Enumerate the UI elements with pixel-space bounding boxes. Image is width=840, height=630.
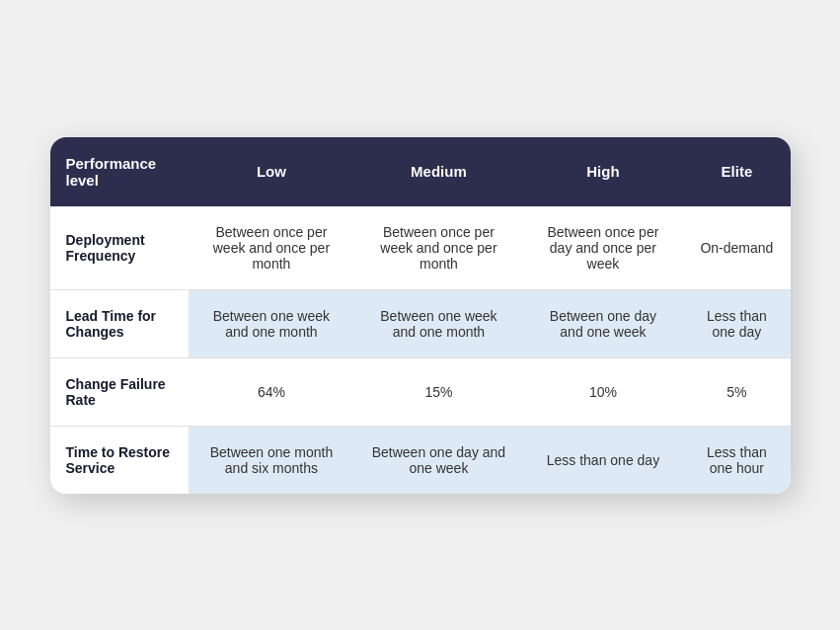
- cell-change-failure-rate-elite: 5%: [683, 357, 790, 426]
- cell-change-failure-rate-high: 10%: [523, 357, 684, 426]
- table-header-row: Performance level Low Medium High Elite: [50, 137, 791, 206]
- cell-deployment-frequency-low: Between once per week and once per month: [189, 206, 355, 290]
- cell-lead-time-for-changes-high: Between one day and one week: [523, 289, 684, 357]
- cell-lead-time-for-changes-medium: Between one week and one month: [354, 289, 522, 357]
- header-elite: Elite: [683, 137, 790, 206]
- table-row-change-failure-rate: Change Failure Rate64%15%10%5%: [50, 357, 791, 426]
- metric-label-deployment-frequency: Deployment Frequency: [50, 206, 189, 290]
- cell-lead-time-for-changes-low: Between one week and one month: [189, 289, 355, 357]
- header-low: Low: [189, 137, 355, 206]
- table-row-deployment-frequency: Deployment FrequencyBetween once per wee…: [50, 206, 791, 290]
- cell-time-to-restore-service-elite: Less than one hour: [683, 426, 790, 494]
- table-row-time-to-restore-service: Time to Restore ServiceBetween one month…: [50, 426, 791, 494]
- cell-deployment-frequency-elite: On-demand: [683, 206, 790, 290]
- cell-deployment-frequency-medium: Between once per week and once per month: [354, 206, 522, 290]
- dora-metrics-table: Performance level Low Medium High Elite …: [50, 137, 791, 494]
- cell-time-to-restore-service-medium: Between one day and one week: [354, 426, 522, 494]
- cell-change-failure-rate-low: 64%: [189, 357, 355, 426]
- cell-lead-time-for-changes-elite: Less than one day: [683, 289, 790, 357]
- header-high: High: [523, 137, 684, 206]
- header-medium: Medium: [354, 137, 522, 206]
- metric-label-time-to-restore-service: Time to Restore Service: [50, 426, 189, 494]
- cell-time-to-restore-service-high: Less than one day: [523, 426, 684, 494]
- cell-time-to-restore-service-low: Between one month and six months: [189, 426, 355, 494]
- cell-change-failure-rate-medium: 15%: [354, 357, 522, 426]
- header-performance-level: Performance level: [50, 137, 189, 206]
- metric-label-lead-time-for-changes: Lead Time for Changes: [50, 289, 189, 357]
- metric-label-change-failure-rate: Change Failure Rate: [50, 357, 189, 426]
- cell-deployment-frequency-high: Between once per day and once per week: [523, 206, 684, 290]
- table-row-lead-time-for-changes: Lead Time for ChangesBetween one week an…: [50, 289, 791, 357]
- dora-metrics-table-card: Performance level Low Medium High Elite …: [50, 137, 791, 494]
